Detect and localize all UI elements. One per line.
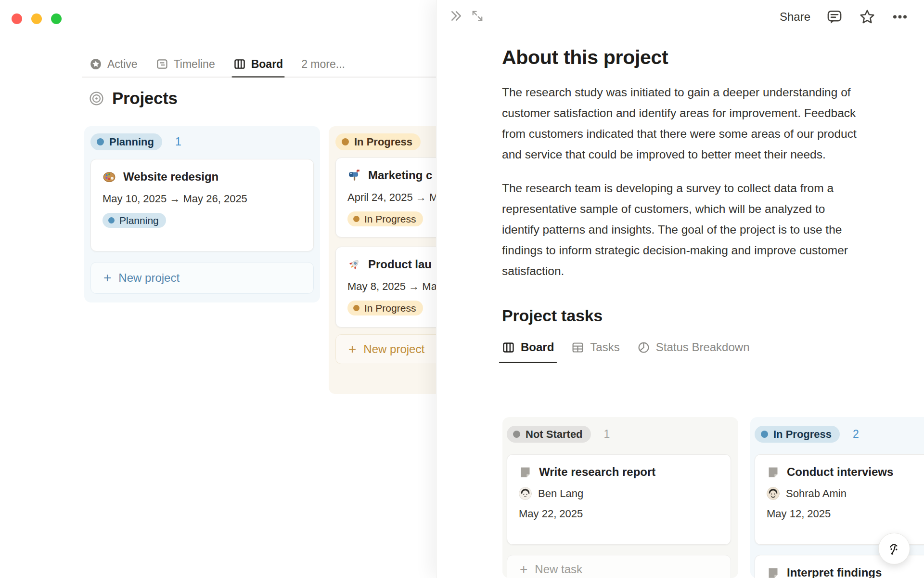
tab-timeline[interactable]: Timeline <box>156 58 215 71</box>
panel-content: About this project The research study wa… <box>502 0 862 362</box>
more-options-button[interactable] <box>891 8 909 26</box>
page-icon <box>767 466 780 479</box>
target-icon <box>89 91 104 106</box>
tab-tasks-board[interactable]: Board <box>502 341 554 354</box>
expand-page-button[interactable] <box>468 7 487 25</box>
card-assignee: Sohrab Amin <box>767 487 924 500</box>
card-status-tag: In Progress <box>347 211 423 226</box>
minimize-button[interactable] <box>31 13 42 24</box>
card-title: Product lau <box>368 258 432 271</box>
tab-status-breakdown[interactable]: Status Breakdown <box>637 341 750 354</box>
close-side-peek-button[interactable] <box>447 7 465 25</box>
card-status-tag: Planning <box>103 213 166 228</box>
status-badge-planning[interactable]: Planning <box>90 133 162 150</box>
pie-chart-icon <box>637 341 650 354</box>
tab-label: Active <box>107 58 138 71</box>
card-status-tag: In Progress <box>347 301 423 315</box>
section-heading-about: About this project <box>502 46 862 69</box>
column-planning-header: Planning 1 <box>90 133 181 150</box>
card-title: Write research report <box>539 465 655 479</box>
new-task-button[interactable]: + New task <box>507 555 731 578</box>
timeline-icon <box>156 58 168 70</box>
tab-tasks-table[interactable]: Tasks <box>571 341 619 354</box>
view-tab-bar: Active Timeline Board 2 more... <box>90 54 345 74</box>
status-badge-in-progress[interactable]: In Progress <box>335 133 421 150</box>
board-icon <box>502 341 515 354</box>
zoom-button[interactable] <box>51 13 62 24</box>
avatar <box>519 487 532 500</box>
double-chevron-right-icon <box>449 9 463 23</box>
project-card-website-redesign[interactable]: Website redesign May 10, 2025 → May 26, … <box>90 159 314 251</box>
new-project-button[interactable]: + New project <box>90 262 314 294</box>
card-title: Interpret findings <box>787 566 882 578</box>
tab-active[interactable]: Active <box>90 58 138 71</box>
ai-face-icon <box>886 540 903 557</box>
plus-icon: + <box>348 342 356 356</box>
status-dot <box>353 216 359 222</box>
column-count: 2 <box>853 428 859 441</box>
page-icon <box>767 566 780 578</box>
plus-icon: + <box>103 271 111 285</box>
about-paragraph-2: The research team is developing a survey… <box>502 178 862 281</box>
column-count: 1 <box>604 428 610 441</box>
task-card-write-research-report[interactable]: Write research report Ben Lang May 22, 2… <box>507 454 731 545</box>
close-button[interactable] <box>12 13 22 24</box>
star-badge-icon <box>90 58 102 70</box>
tab-label: Timeline <box>174 58 215 71</box>
status-dot <box>761 431 768 438</box>
status-dot <box>342 138 349 145</box>
tab-more-views[interactable]: 2 more... <box>301 58 345 71</box>
tab-label: Board <box>251 58 283 71</box>
status-badge-in-progress[interactable]: In Progress <box>755 426 840 443</box>
column-count: 1 <box>175 135 181 148</box>
status-badge-not-started[interactable]: Not Started <box>507 426 591 443</box>
board-icon <box>233 58 246 70</box>
rocket-icon <box>347 258 361 271</box>
status-dot <box>513 431 520 438</box>
section-heading-tasks: Project tasks <box>502 306 862 325</box>
plus-icon: + <box>520 563 527 576</box>
page-icon <box>519 466 532 479</box>
about-paragraph-1: The research study was initiated to gain… <box>502 82 862 165</box>
avatar <box>767 487 780 500</box>
card-assignee: Ben Lang <box>519 487 719 500</box>
tab-board[interactable]: Board <box>233 58 283 71</box>
status-dot <box>97 138 104 145</box>
tab-label: 2 more... <box>301 58 345 71</box>
page-title-row: Projects <box>89 89 178 108</box>
card-date: May 22, 2025 <box>519 508 719 520</box>
status-dot <box>353 305 359 311</box>
card-title: Conduct interviews <box>787 465 893 479</box>
card-date: May 12, 2025 <box>767 508 924 520</box>
side-peek-panel: Share About this project The research st… <box>436 0 924 578</box>
expand-icon <box>470 9 485 23</box>
palette-icon <box>103 170 116 184</box>
task-column-in-progress-header: In Progress 2 <box>755 426 859 443</box>
task-card-conduct-interviews[interactable]: Conduct interviews Sohrab Amin May 12, 2… <box>755 454 924 545</box>
window-controls <box>12 13 62 24</box>
task-column-not-started-header: Not Started 1 <box>507 426 610 443</box>
page-title: Projects <box>112 89 178 108</box>
column-in-progress-header: In Progress <box>335 133 421 150</box>
card-title: Marketing c <box>368 169 432 182</box>
card-date-range: May 10, 2025 → May 26, 2025 <box>103 193 302 205</box>
tasks-view-tab-bar: Board Tasks Status Breakdown <box>502 341 862 362</box>
tab-divider <box>82 77 436 78</box>
card-title: Website redesign <box>123 170 218 184</box>
table-icon <box>571 341 584 354</box>
notion-ai-button[interactable] <box>878 533 910 565</box>
notion-window: Active Timeline Board 2 more... Projects… <box>0 0 924 578</box>
status-dot <box>108 217 115 223</box>
mailbox-icon <box>347 169 361 182</box>
